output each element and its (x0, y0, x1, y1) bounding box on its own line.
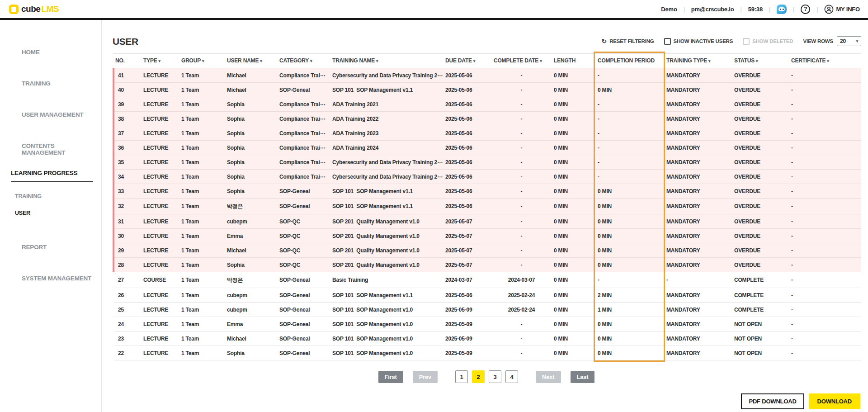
page-button-4[interactable]: 4 (505, 370, 518, 383)
sidebar-item-home[interactable]: HOME (11, 38, 101, 56)
cell-comp: - (492, 317, 552, 331)
cell-name: SOP 101 SOP Management v1.1 (330, 83, 443, 97)
cell-cat: SOP-QC (278, 214, 330, 229)
cell-cat: SOP-QC (278, 258, 330, 272)
cell-status: OVERDUE (732, 243, 789, 258)
cell-user: cubepm (225, 214, 278, 229)
cell-period: - (596, 97, 665, 112)
col-header-ttype[interactable]: TRAINING TYPE▾ (665, 53, 732, 68)
cell-period: 2 MIN (596, 288, 665, 303)
table-row[interactable]: 31LECTURE1 TeamcubepmSOP-QCSOP 201 Quali… (113, 214, 861, 229)
sidebar-item-system-management[interactable]: SYSTEM MANAGEMENT (11, 264, 101, 282)
cell-len: 0 MIN (552, 83, 596, 97)
cell-cert: - (789, 272, 861, 288)
cell-name: SOP 201 Quality Management v1.0 (330, 229, 443, 243)
col-header-cert[interactable]: CERTIFICATE▾ (789, 53, 861, 68)
table-row[interactable]: 33LECTURE1 TeamSophiaSOP-GenealSOP 101 S… (113, 184, 861, 199)
column-label: TRAINING TYPE (666, 57, 707, 64)
table-row[interactable]: 36LECTURE1 TeamSophiaCompliance Trai⋯ADA… (113, 141, 861, 155)
col-header-comp[interactable]: COMPLETE DATE▾ (492, 53, 552, 68)
last-page-button[interactable]: Last (571, 371, 595, 383)
view-rows-select[interactable]: 20 ▾ (837, 36, 861, 46)
page-button-3[interactable]: 3 (489, 370, 501, 383)
sidebar-item-user-management[interactable]: USER MANAGEMENT (11, 100, 101, 118)
cell-user: Michael (225, 68, 278, 83)
col-header-name[interactable]: TRAINING NAME▾ (330, 53, 443, 68)
cell-type: LECTURE (142, 303, 179, 317)
page-title: USER (113, 36, 138, 47)
table-row[interactable]: 41LECTURE1 TeamMichaelCompliance Trai⋯Cy… (113, 68, 861, 83)
next-page-button[interactable]: Next (536, 371, 561, 383)
app-logo[interactable]: cube LMS (9, 4, 59, 14)
table-row[interactable]: 34LECTURE1 TeamSophiaCompliance Trai⋯Cyb… (113, 170, 861, 184)
cell-len: 0 MIN (552, 243, 596, 258)
cell-due: 2025-05-09 (443, 303, 492, 317)
table-row[interactable]: 40LECTURE1 TeamMichaelSOP-GenealSOP 101 … (113, 83, 861, 97)
download-button[interactable]: DOWNLOAD (809, 393, 860, 409)
sidebar-item-training[interactable]: TRAINING (15, 193, 101, 199)
table-row[interactable]: 22LECTURE1 TeamSophiaSOP-GenealSOP 101 S… (113, 346, 861, 360)
page-button-1[interactable]: 1 (455, 370, 468, 383)
cell-period: 0 MIN (596, 258, 665, 272)
col-header-due[interactable]: DUE DATE▾ (443, 53, 492, 68)
cell-no: 28 (113, 258, 142, 272)
cell-ttype: MANDATORY (665, 112, 732, 126)
cell-due: 2025-05-06 (443, 97, 492, 112)
cell-user: Sophia (225, 141, 278, 155)
table-row[interactable]: 30LECTURE1 TeamEmmaSOP-QCSOP 201 Quality… (113, 229, 861, 243)
sidebar-item-contents-management[interactable]: CONTENTS MANAGEMENT (11, 132, 101, 156)
cell-due: 2025-05-07 (443, 229, 492, 243)
table-row[interactable]: 26LECTURE1 TeamcubepmSOP-GenealSOP 101 S… (113, 288, 861, 303)
cell-name: Cybersecurity and Data Privacy Training … (330, 155, 443, 170)
cell-cert: - (789, 155, 861, 170)
table-row[interactable]: 29LECTURE1 TeamMichaelSOP-QCSOP 201 Qual… (113, 243, 861, 258)
sidebar-item-learning-progress[interactable]: LEARNING PROGRESS (11, 170, 93, 182)
sidebar-item-training[interactable]: TRAINING (11, 69, 101, 87)
cell-name: SOP 101 SOP Management v1.1 (330, 184, 443, 199)
reset-filtering-button[interactable]: ↻ RESET FILTERING (602, 38, 654, 44)
cell-group: 1 Team (179, 97, 225, 112)
cell-name: SOP 201 Quality Management v1.0 (330, 214, 443, 229)
table-row[interactable]: 24LECTURE1 TeamEmmaSOP-GenealSOP 101 SOP… (113, 317, 861, 331)
pdf-download-button[interactable]: PDF DOWNLOAD (741, 393, 804, 409)
page-button-2[interactable]: 2 (472, 370, 485, 383)
col-header-type[interactable]: TYPE▾ (142, 53, 179, 68)
sidebar-item-report[interactable]: REPORT (11, 233, 101, 251)
cell-cat: SOP-Geneal (278, 317, 330, 331)
cell-len: 0 MIN (552, 97, 596, 112)
cell-len: 0 MIN (552, 68, 596, 83)
show-inactive-users-checkbox[interactable]: SHOW INACTIVE USERS (664, 38, 733, 45)
table-row[interactable]: 35LECTURE1 TeamSophiaCompliance Trai⋯Cyb… (113, 155, 861, 170)
table-row[interactable]: 25LECTURE1 TeamcubepmSOP-GenealSOP 101 S… (113, 303, 861, 317)
col-header-user[interactable]: USER NAME▾ (225, 53, 278, 68)
table-row[interactable]: 37LECTURE1 TeamSophiaCompliance Trai⋯ADA… (113, 126, 861, 141)
table-row[interactable]: 23LECTURE1 TeamMichaelSOP-GenealSOP 101 … (113, 331, 861, 346)
my-info-button[interactable]: MY INFO (824, 5, 860, 14)
cell-user: 박정은 (225, 199, 278, 214)
separator: | (740, 6, 741, 13)
cell-cat: Compliance Trai⋯ (278, 141, 330, 155)
chatbot-icon[interactable] (777, 5, 787, 14)
cell-type: LECTURE (142, 83, 179, 97)
sidebar-item-user[interactable]: USER (15, 210, 101, 216)
cell-no: 26 (113, 288, 142, 303)
prev-page-button[interactable]: Prev (413, 371, 438, 383)
col-header-group[interactable]: GROUP▾ (179, 53, 225, 68)
help-icon[interactable]: ? (801, 5, 810, 14)
table-row[interactable]: 39LECTURE1 TeamSophiaCompliance Trai⋯ADA… (113, 97, 861, 112)
col-header-cat[interactable]: CATEGORY▾ (278, 53, 330, 68)
cell-no: 34 (113, 170, 142, 184)
table-row[interactable]: 38LECTURE1 TeamSophiaCompliance Trai⋯ADA… (113, 112, 861, 126)
cell-period: 1 MIN (596, 303, 665, 317)
col-header-status[interactable]: STATUS▾ (732, 53, 789, 68)
cell-ttype: MANDATORY (665, 184, 732, 199)
cell-comp: 2024-03-07 (492, 272, 552, 288)
table-row[interactable]: 32LECTURE1 Team박정은SOP-GenealSOP 101 SOP … (113, 199, 861, 214)
cell-ttype: MANDATORY (665, 303, 732, 317)
cell-group: 1 Team (179, 170, 225, 184)
table-row[interactable]: 28LECTURE1 TeamSophiaSOP-QCSOP 201 Quali… (113, 258, 861, 272)
cell-comp: - (492, 155, 552, 170)
first-page-button[interactable]: First (378, 371, 403, 383)
table-row[interactable]: 27COURSE1 Team박정은SOP-GenealBasic Trainin… (113, 272, 861, 288)
cell-user: Sophia (225, 170, 278, 184)
